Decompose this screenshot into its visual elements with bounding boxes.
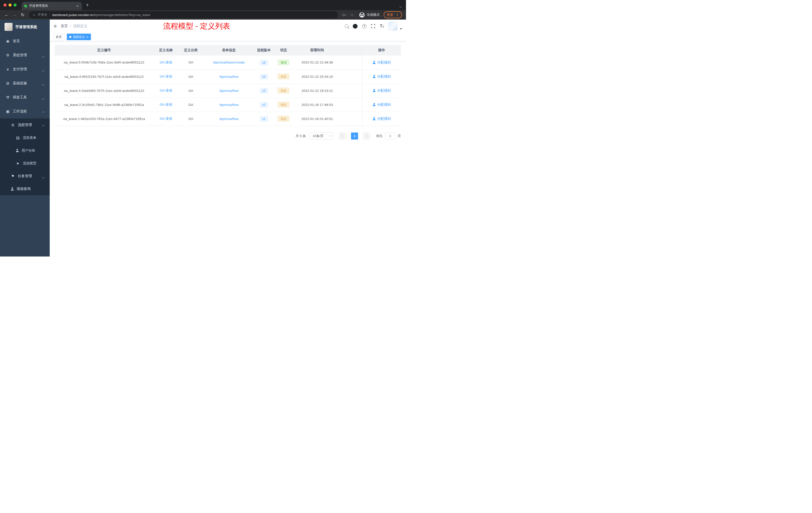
chevron-right-icon: [365, 135, 368, 137]
column-header: 定义名称: [153, 45, 178, 56]
fullscreen-icon[interactable]: [371, 24, 375, 28]
sidebar: 芋道管理系统 ◉首页⚙系统管理¥支付管理⊞基础设施⚒研发工具▣工作流程 ≣流程管…: [0, 20, 50, 256]
cell-filler: [341, 98, 362, 112]
sidebar-item-workflow[interactable]: ▣工作流程: [0, 104, 50, 118]
form-link[interactable]: /bpm/oa/flow: [219, 117, 238, 121]
cell-definition-name: OA 请假: [153, 84, 178, 98]
address-bar[interactable]: ⚠ 不安全 dashboard.yudao.iocoder.cn/bpm/man…: [29, 11, 338, 18]
assign-rule-link[interactable]: 分配规则: [373, 88, 391, 93]
sidebar-item-leave-query[interactable]: 请假查询: [0, 182, 50, 195]
form-link[interactable]: /bpm/oa/leave/create: [213, 60, 245, 64]
user-icon: [373, 61, 376, 64]
sidebar-item-label: 系统管理: [13, 53, 27, 58]
infrastructure-icon: ⊞: [5, 81, 10, 86]
form-link[interactable]: /bpm/oa/flow: [219, 75, 238, 79]
browser-menu-icon[interactable]: ⋮: [396, 13, 399, 17]
sidebar-item-payment-management[interactable]: ¥支付管理: [0, 62, 50, 76]
sidebar-item-infrastructure[interactable]: ⊞基础设施: [0, 76, 50, 90]
user-avatar[interactable]: [388, 22, 398, 31]
tag-dot-icon: [69, 36, 71, 38]
sidebar-logo[interactable]: 芋道管理系统: [0, 20, 50, 34]
warning-icon: ⚠: [33, 13, 35, 17]
chevron-up-icon: [42, 110, 44, 114]
tab-title: 芋道管理系统: [29, 4, 74, 8]
definition-name-link[interactable]: OA 请假: [160, 89, 172, 92]
breadcrumb-home[interactable]: 首页: [61, 24, 68, 28]
sidebar-item-label: 任务管理: [18, 174, 32, 178]
user-icon: [373, 75, 376, 78]
definition-name-link[interactable]: OA 请假: [160, 74, 172, 78]
tag-active[interactable]: 流程定义×: [67, 34, 91, 40]
version-badge: v1: [260, 116, 268, 121]
search-icon[interactable]: [345, 24, 348, 28]
assign-rule-label: 分配规则: [377, 88, 391, 93]
sidebar-item-dev-tools[interactable]: ⚒研发工具: [0, 90, 50, 104]
form-link[interactable]: /bpm/oa/flow: [219, 103, 238, 107]
goto-page-input[interactable]: [385, 132, 395, 140]
sidebar-item-process-form[interactable]: ▤流程表单: [0, 131, 50, 144]
sidebar-item-task-management[interactable]: ⚑任务管理: [0, 170, 50, 182]
assign-rule-link[interactable]: 分配规则: [373, 102, 391, 107]
app-root: 芋道管理系统 ◉首页⚙系统管理¥支付管理⊞基础设施⚒研发工具▣工作流程 ≣流程管…: [0, 20, 406, 256]
cell-deploy-time: 2022-01-22 20:34:10: [294, 69, 341, 84]
prev-page-button[interactable]: [339, 132, 346, 140]
sidebar-item-label: 流程管理: [18, 123, 32, 127]
cell-form-info: /bpm/oa/leave/create: [203, 56, 255, 69]
page-size-value: 10条/页: [313, 134, 324, 138]
bookmark-star-icon[interactable]: ☆: [350, 12, 354, 17]
reload-button[interactable]: ↻: [19, 12, 26, 18]
next-page-button[interactable]: [363, 132, 370, 140]
page-1-button[interactable]: 1: [351, 132, 358, 140]
github-icon[interactable]: [353, 24, 357, 29]
cell-version: v4: [255, 69, 273, 84]
sidebar-item-process-management[interactable]: ≣流程管理: [0, 118, 50, 131]
sidebar-item-user-group[interactable]: 用户分组: [0, 144, 50, 157]
avatar-caret-icon[interactable]: [400, 28, 402, 30]
sidebar-item-home[interactable]: ◉首页: [0, 34, 50, 48]
sidebar-item-label: 工作流程: [13, 109, 27, 114]
sidebar-item-process-model[interactable]: ➤流程模型: [0, 157, 50, 170]
definition-name-link[interactable]: OA 请假: [160, 60, 172, 64]
definition-name-link[interactable]: OA 请假: [160, 117, 172, 120]
column-header: 状态: [273, 45, 294, 56]
hamburger-icon[interactable]: ≡: [54, 23, 57, 29]
assign-rule-label: 分配规则: [377, 74, 391, 79]
form-link[interactable]: /bpm/oa/flow: [219, 89, 238, 93]
cell-definition-id: oa_leave:3:1fad3d93-7b75-11ec-a3c8-acde4…: [55, 84, 153, 98]
assign-rule-link[interactable]: 分配规则: [373, 117, 391, 121]
sidebar-item-system-management[interactable]: ⚙系统管理: [0, 48, 50, 62]
page-size-select[interactable]: 10条/页: [310, 132, 334, 140]
briefcase-icon: ▣: [5, 109, 10, 114]
help-icon[interactable]: ?: [362, 24, 366, 28]
update-button[interactable]: 更新 ⋮: [384, 11, 402, 18]
browser-tab[interactable]: 芋道管理系统 ×: [22, 2, 82, 10]
status-badge: 挂起: [278, 88, 289, 93]
back-button[interactable]: ←: [3, 12, 10, 17]
logo-avatar: [4, 23, 12, 31]
assign-rule-link[interactable]: 分配规则: [373, 74, 391, 79]
breadcrumb-separator: /: [70, 24, 71, 28]
cell-status: 挂起: [273, 98, 294, 112]
assign-rule-link[interactable]: 分配规则: [373, 60, 391, 65]
tab-close-icon[interactable]: ×: [76, 4, 79, 8]
close-window-button[interactable]: [3, 3, 6, 6]
definition-name-link[interactable]: OA 请假: [160, 103, 172, 107]
forward-button[interactable]: →: [11, 12, 18, 17]
users-icon: [16, 149, 19, 152]
font-size-icon[interactable]: TT: [380, 24, 384, 28]
tab-favicon-icon: [24, 4, 27, 8]
maximize-window-button[interactable]: [13, 3, 17, 6]
status-badge: 激活: [278, 59, 289, 65]
browser-toolbar: ← → ↻ ⚠ 不安全 dashboard.yudao.iocoder.cn/b…: [0, 10, 406, 20]
tag-item[interactable]: 首页: [53, 34, 64, 40]
cell-definition-id: oa_leave:4:991f2193-7b7f-11ec-a3c8-acde4…: [55, 69, 153, 84]
cell-category: OA: [178, 84, 203, 98]
new-tab-button[interactable]: +: [86, 2, 89, 7]
minimize-window-button[interactable]: [8, 3, 11, 6]
tag-close-icon[interactable]: ×: [86, 35, 88, 39]
main-area: ≡ 首页 / 流程定义 流程模型 - 定义列表 ? TT: [50, 20, 406, 256]
column-header: 定义分类: [178, 45, 203, 56]
tasks-icon: ⚑: [10, 174, 15, 178]
tab-search-chevron-icon[interactable]: [400, 4, 402, 8]
password-key-icon[interactable]: [342, 13, 347, 17]
